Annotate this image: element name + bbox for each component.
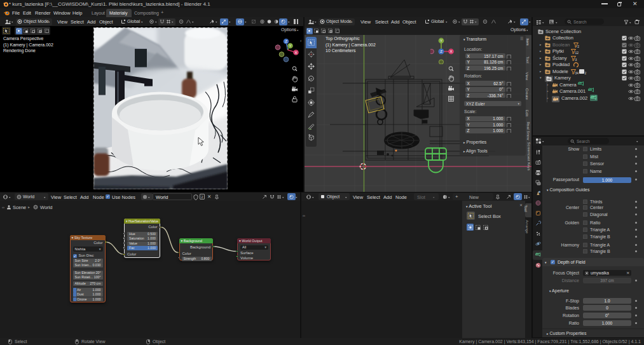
svg-text:X: X [449, 50, 452, 53]
svg-text:X: X [294, 51, 297, 55]
svg-text:Y: Y [289, 44, 291, 48]
svg-text:Z: Z [285, 39, 287, 43]
svg-text:Z: Z [440, 50, 442, 53]
svg-text:Y: Y [440, 39, 442, 43]
